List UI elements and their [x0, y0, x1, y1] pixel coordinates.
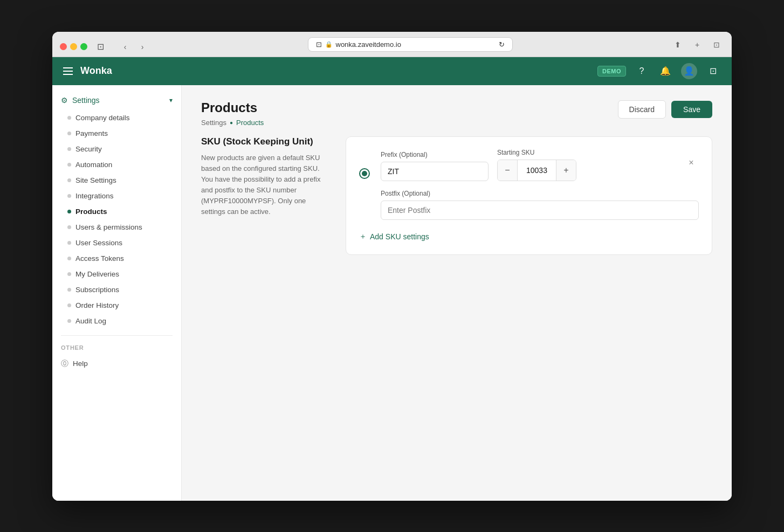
sidebar-item-label: Access Tokens — [75, 254, 124, 262]
sidebar-item-order-history[interactable]: Order History — [52, 298, 181, 313]
app: Wonka DEMO ? 🔔 👤 ⊡ ⚙ Settings ▾ — [52, 57, 732, 501]
sidebar-item-access-tokens[interactable]: Access Tokens — [52, 251, 181, 266]
sidebar-item-subscriptions[interactable]: Subscriptions — [52, 282, 181, 298]
sidebar-item-company-details[interactable]: Company details — [52, 110, 181, 126]
sidebar-item-label: My Deliveries — [75, 270, 119, 278]
browser-controls: ‹ › — [118, 39, 150, 54]
nav-dot — [67, 225, 71, 229]
nav-dot — [67, 303, 71, 307]
tab-icon: ⊡ — [316, 40, 322, 49]
forward-button[interactable]: › — [135, 39, 150, 54]
section-title: SKU (Stock Keeping Unit) — [201, 136, 331, 147]
page-title: Products — [201, 100, 264, 115]
sidebar-item-label: Products — [75, 208, 107, 216]
sku-radio-button[interactable] — [359, 168, 370, 179]
nav-dot — [67, 194, 71, 198]
share-button[interactable]: ⬆ — [670, 37, 685, 52]
settings-section-header[interactable]: ⚙ Settings ▾ — [52, 91, 181, 110]
sku-section: SKU (Stock Keeping Unit) New products ar… — [201, 136, 712, 255]
header-right: DEMO ? 🔔 👤 ⊡ — [597, 63, 721, 79]
sidebar-item-security[interactable]: Security — [52, 141, 181, 157]
add-sku-row: ＋ Add SKU settings — [359, 230, 699, 241]
sidebar-item-label: Users & permissions — [75, 223, 142, 231]
url-text: wonka.zaveitdemo.io — [336, 40, 401, 49]
lock-icon: 🔒 — [325, 41, 333, 48]
sidebar-item-payments[interactable]: Payments — [52, 126, 181, 141]
add-icon: ＋ — [359, 232, 367, 241]
main-content: Products Settings ● Products Discard Sav… — [182, 85, 732, 501]
starting-sku-label: Starting SKU — [497, 149, 576, 156]
postfix-input[interactable] — [381, 201, 699, 220]
minimize-traffic-light[interactable] — [70, 43, 77, 50]
other-section-label: OTHER — [52, 342, 181, 355]
radio-inner — [362, 171, 367, 176]
sidebar-item-automation[interactable]: Automation — [52, 157, 181, 172]
sidebar-item-label: Order History — [75, 301, 119, 309]
help-icon[interactable]: ? — [634, 63, 650, 79]
remove-sku-button[interactable]: × — [684, 149, 699, 164]
sidebar-item-site-settings[interactable]: Site Settings — [52, 172, 181, 188]
sidebar-item-label: Integrations — [75, 192, 114, 200]
nav-dot — [67, 288, 71, 292]
add-sku-button[interactable]: ＋ Add SKU settings — [359, 232, 429, 241]
sidebar-item-label: Audit Log — [75, 317, 106, 325]
sidebar-item-users-permissions[interactable]: Users & permissions — [52, 219, 181, 235]
breadcrumb-separator: ● — [230, 120, 233, 126]
sidebar-item-integrations[interactable]: Integrations — [52, 188, 181, 204]
close-traffic-light[interactable] — [60, 43, 67, 50]
nav-dot — [67, 116, 71, 120]
browser-chrome: ⊡ ‹ › ⊡ 🔒 wonka.zaveitdemo.io ↻ ⬆ + ⊡ — [52, 32, 732, 57]
browser-window: ⊡ ‹ › ⊡ 🔒 wonka.zaveitdemo.io ↻ ⬆ + ⊡ — [52, 32, 732, 501]
sidebar-item-help[interactable]: ⓪ Help — [52, 355, 181, 372]
avatar[interactable]: 👤 — [681, 63, 697, 79]
sidebar-item-label: Site Settings — [75, 176, 116, 184]
split-view-button[interactable]: ⊡ — [709, 37, 724, 52]
sku-card: Prefix (Optional) Starting SKU − 10033 + — [346, 136, 712, 255]
radio-col — [359, 149, 370, 179]
app-header: Wonka DEMO ? 🔔 👤 ⊡ — [52, 57, 732, 85]
nav-dot — [67, 241, 71, 245]
sidebar-item-products[interactable]: Products — [52, 204, 181, 219]
nav-dot — [67, 132, 71, 135]
gear-icon: ⚙ — [61, 96, 68, 105]
sidebar-item-label: Security — [75, 145, 102, 153]
nav-dot — [67, 178, 71, 182]
maximize-traffic-light[interactable] — [80, 43, 87, 50]
page-title-wrap: Products Settings ● Products — [201, 100, 264, 127]
breadcrumb-current: Products — [236, 119, 264, 127]
browser-action-buttons: ⬆ + ⊡ — [670, 37, 724, 57]
sidebar-item-audit-log[interactable]: Audit Log — [52, 313, 181, 329]
layout-icon[interactable]: ⊡ — [705, 63, 721, 79]
sidebar-item-label: Payments — [75, 129, 108, 137]
decrement-button[interactable]: − — [498, 160, 517, 181]
page-actions: Discard Save — [618, 100, 712, 119]
nav-dot — [67, 147, 71, 151]
starting-sku-field-group: Starting SKU − 10033 + — [497, 149, 576, 181]
prefix-input[interactable] — [381, 162, 489, 181]
reload-icon[interactable]: ↻ — [499, 40, 505, 49]
back-button[interactable]: ‹ — [118, 39, 133, 54]
app-body: ⚙ Settings ▾ Company details Payments Se… — [52, 85, 732, 501]
sidebar-item-my-deliveries[interactable]: My Deliveries — [52, 266, 181, 282]
sidebar-toggle-icon[interactable]: ⊡ — [93, 39, 108, 54]
increment-button[interactable]: + — [556, 160, 576, 181]
sku-row: Prefix (Optional) Starting SKU − 10033 + — [359, 149, 699, 181]
sidebar: ⚙ Settings ▾ Company details Payments Se… — [52, 85, 182, 501]
chevron-down-icon: ▾ — [169, 96, 173, 104]
address-bar[interactable]: ⊡ 🔒 wonka.zaveitdemo.io ↻ — [308, 37, 513, 52]
discard-button[interactable]: Discard — [618, 100, 666, 119]
address-bar-wrap: ⊡ 🔒 wonka.zaveitdemo.io ↻ — [155, 37, 665, 56]
sku-stepper: − 10033 + — [497, 160, 576, 181]
sidebar-item-user-sessions[interactable]: User Sessions — [52, 235, 181, 251]
postfix-row: Postfix (Optional) — [359, 190, 699, 220]
sku-fields: Prefix (Optional) Starting SKU − 10033 + — [381, 149, 673, 181]
app-title: Wonka — [80, 65, 112, 77]
save-button[interactable]: Save — [671, 101, 712, 118]
traffic-lights — [60, 43, 87, 50]
new-tab-button[interactable]: + — [690, 37, 705, 52]
notification-icon[interactable]: 🔔 — [657, 63, 673, 79]
nav-dot — [67, 163, 71, 167]
hamburger-menu[interactable] — [63, 67, 73, 75]
nav-dot-active — [67, 210, 71, 213]
sidebar-item-label: Automation — [75, 161, 112, 169]
